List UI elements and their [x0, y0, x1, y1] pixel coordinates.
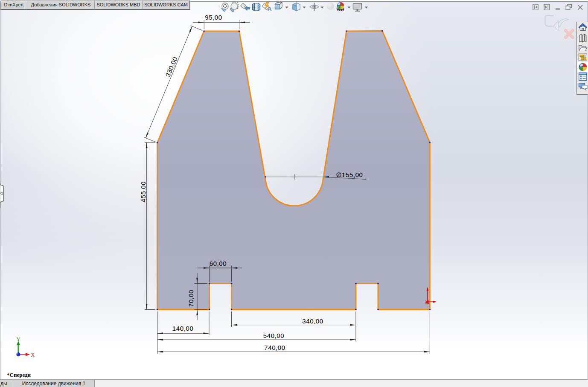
svg-text:∅155,00: ∅155,00 — [336, 171, 363, 178]
svg-text:740,00: 740,00 — [264, 344, 285, 351]
svg-text:X: X — [31, 352, 35, 358]
svg-text:60,00: 60,00 — [210, 260, 227, 267]
svg-text:340,00: 340,00 — [302, 317, 323, 325]
svg-text:Y: Y — [16, 336, 20, 342]
svg-text:330,00: 330,00 — [164, 55, 179, 78]
svg-text:140,00: 140,00 — [172, 325, 193, 332]
svg-text:70,00: 70,00 — [187, 290, 195, 307]
svg-text:540,00: 540,00 — [263, 332, 284, 339]
svg-text:455,00: 455,00 — [140, 181, 147, 202]
